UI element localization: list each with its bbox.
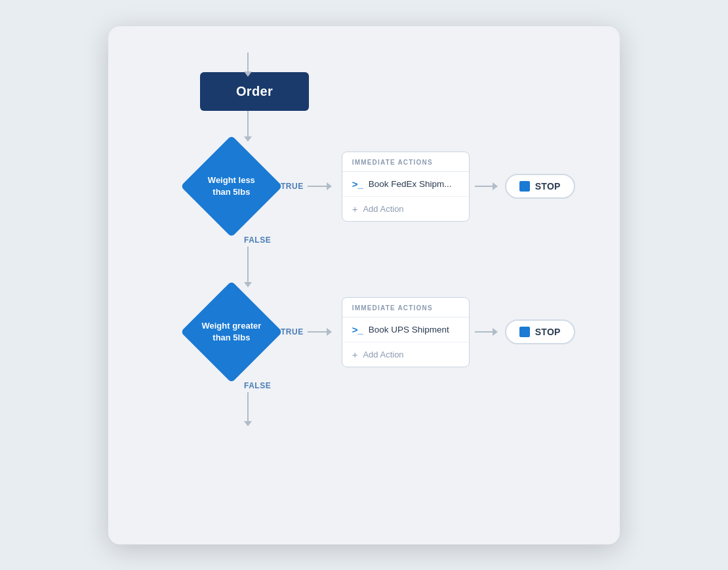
condition2-true-label: TRUE — [281, 327, 304, 336]
order-node: Order — [200, 72, 309, 111]
condition1-label: Weight less than 5lbs — [195, 174, 268, 198]
condition2-stop-connector — [475, 331, 493, 333]
condition1-diamond[interactable]: Weight less than 5lbs — [180, 135, 283, 237]
condition1-stop-icon — [519, 181, 530, 192]
condition1-add-action[interactable]: + Add Action — [342, 197, 469, 221]
condition1-action1-icon: >_ — [352, 178, 363, 190]
condition2-add-action-label: Add Action — [363, 350, 403, 359]
condition1-true-branch: TRUE — [281, 182, 327, 191]
condition2-stop-label: STOP — [535, 327, 561, 337]
condition1-diamond-wrapper: Weight less than 5lbs — [187, 142, 275, 231]
condition2-actions-header: IMMEDIATE ACTIONS — [342, 298, 469, 317]
condition1-add-icon: + — [352, 203, 358, 214]
condition1-row: Weight less than 5lbs TRUE IMMEDIATE ACT… — [187, 142, 580, 231]
condition2-actions-box: IMMEDIATE ACTIONS >_ Book UPS Shipment +… — [342, 297, 470, 367]
page-wrapper: Order Weight less than 5lbs TRUE IMMEDIA… — [0, 0, 728, 570]
condition2-true-branch: TRUE — [281, 327, 327, 336]
condition2-row: Weight greater than 5lbs TRUE IMMEDIATE … — [187, 288, 580, 377]
condition2-add-action[interactable]: + Add Action — [342, 342, 469, 367]
condition2-label: Weight greater than 5lbs — [195, 320, 268, 344]
condition2-action1[interactable]: >_ Book UPS Shipment — [342, 317, 469, 342]
condition1-stop-label: STOP — [535, 181, 561, 192]
condition2-add-icon: + — [352, 349, 358, 360]
condition2-stop-icon — [519, 327, 530, 337]
condition1-true-label: TRUE — [281, 182, 304, 191]
condition1-false-label: FALSE — [244, 235, 271, 245]
condition2-action1-label: Book UPS Shipment — [369, 325, 449, 335]
condition2-diamond[interactable]: Weight greater than 5lbs — [180, 281, 283, 383]
condition2-false-label: FALSE — [244, 381, 271, 390]
condition2-stop-button[interactable]: STOP — [505, 319, 575, 344]
condition1-actions-header: IMMEDIATE ACTIONS — [342, 152, 469, 172]
condition2-false-branch: FALSE — [244, 379, 271, 391]
condition2-diamond-wrapper: Weight greater than 5lbs — [187, 288, 275, 377]
condition1-action1[interactable]: >_ Book FedEx Shipm... — [342, 172, 469, 197]
condition1-stop-button[interactable]: STOP — [505, 174, 575, 199]
condition2-true-connector — [308, 331, 327, 333]
condition1-false-branch: FALSE — [244, 234, 271, 245]
flow-card: Order Weight less than 5lbs TRUE IMMEDIA… — [108, 26, 620, 544]
condition1-add-action-label: Add Action — [363, 204, 403, 214]
condition2-action1-icon: >_ — [352, 324, 363, 335]
flow-container: Order Weight less than 5lbs TRUE IMMEDIA… — [148, 52, 580, 422]
condition1-actions-box: IMMEDIATE ACTIONS >_ Book FedEx Shipm...… — [342, 152, 470, 222]
condition1-stop-connector — [475, 186, 493, 187]
condition1-true-connector — [308, 186, 327, 187]
condition1-action1-label: Book FedEx Shipm... — [369, 179, 452, 189]
